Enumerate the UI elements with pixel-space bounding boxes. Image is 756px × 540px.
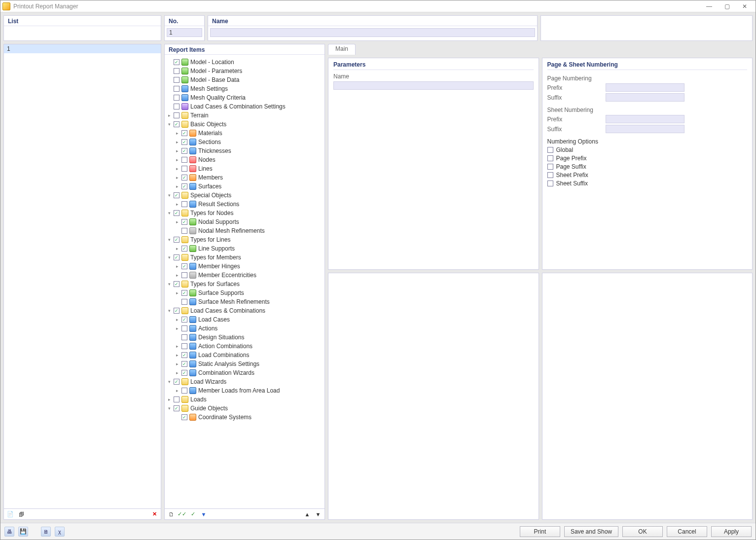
page-prefix-input[interactable]	[606, 83, 684, 92]
tree-checkbox[interactable]: ✓	[181, 361, 187, 367]
numbering-option[interactable]: Sheet Prefix	[547, 172, 748, 179]
no-input[interactable]: 1	[167, 28, 202, 37]
expand-icon[interactable]: ▸	[175, 157, 180, 162]
list-row[interactable]: 1	[4, 44, 161, 53]
expand-icon[interactable]: ▸	[175, 202, 180, 207]
tree-node[interactable]: ✓Model - Location	[167, 58, 324, 67]
tree-uncheck-all-icon[interactable]: ✓	[188, 510, 197, 519]
numbering-option[interactable]: Sheet Suffix	[547, 180, 748, 187]
tree-checkbox[interactable]: ✓	[174, 405, 180, 411]
tree-node[interactable]: Mesh Settings	[167, 84, 324, 93]
tree-checkbox[interactable]	[181, 272, 187, 278]
expand-icon[interactable]: ▸	[167, 397, 172, 402]
tree-checkbox[interactable]: ✓	[181, 148, 187, 154]
tree-node[interactable]: ▸✓Nodal Supports	[167, 217, 324, 226]
tree-checkbox[interactable]: ✓	[174, 254, 180, 260]
tree-checkbox[interactable]	[181, 228, 187, 234]
tree-checkbox[interactable]: ✓	[181, 414, 187, 420]
tree-checkbox[interactable]: ✓	[181, 175, 187, 180]
tree-node[interactable]: ▸✓Line Supports	[167, 244, 324, 253]
numbering-option[interactable]: Page Prefix	[547, 155, 748, 162]
tree-checkbox[interactable]: ✓	[174, 379, 180, 385]
tree-node[interactable]: ▾✓Types for Members	[167, 253, 324, 262]
tree-node[interactable]: ▸Action Combinations	[167, 342, 324, 351]
tree-node[interactable]: Model - Base Data	[167, 75, 324, 84]
expand-icon[interactable]: ▸	[175, 388, 180, 393]
expand-icon[interactable]: ▸	[175, 344, 180, 349]
tree-node[interactable]: ▾✓Types for Nodes	[167, 209, 324, 217]
tree-checkbox[interactable]	[174, 68, 180, 74]
collapse-icon[interactable]: ▾	[167, 211, 172, 216]
param-name-input[interactable]	[333, 81, 534, 90]
tree-checkbox[interactable]: ✓	[174, 281, 180, 287]
tree-node[interactable]: ▸✓Thicknesses	[167, 146, 324, 155]
tree-checkbox[interactable]	[174, 104, 180, 109]
tree-checkbox[interactable]	[181, 388, 187, 394]
collapse-icon[interactable]: ▾	[167, 255, 172, 260]
collapse-icon[interactable]: ▾	[167, 122, 172, 127]
tree-checkbox[interactable]: ✓	[181, 263, 187, 269]
collapse-icon[interactable]: ▾	[167, 282, 172, 287]
tree-checkbox[interactable]	[181, 334, 187, 340]
tree-node[interactable]: ▾✓Basic Objects	[167, 120, 324, 129]
apply-button[interactable]: Apply	[711, 526, 752, 537]
option-checkbox[interactable]	[547, 155, 553, 161]
tree-node[interactable]: Nodal Mesh Refinements	[167, 226, 324, 235]
tree-node[interactable]: ▸✓Combination Wizards	[167, 368, 324, 377]
expand-icon[interactable]: ▸	[175, 184, 180, 189]
option-checkbox[interactable]	[547, 164, 553, 170]
tree-node[interactable]: ▸Nodes	[167, 155, 324, 164]
tree-node[interactable]: ▾✓Guide Objects	[167, 404, 324, 413]
tree-node[interactable]: ▸✓Static Analysis Settings	[167, 360, 324, 368]
expand-icon[interactable]: ▸	[175, 175, 180, 180]
expand-icon[interactable]: ▸	[175, 361, 180, 366]
tree-node[interactable]: ▸Loads	[167, 395, 324, 404]
tree-node[interactable]: ▾✓Special Objects	[167, 191, 324, 200]
tree-node[interactable]: ▸✓Sections	[167, 138, 324, 146]
tree-checkbox[interactable]	[174, 86, 180, 92]
tree-checkbox[interactable]: ✓	[174, 237, 180, 243]
tree-node[interactable]: ▾✓Load Cases & Combinations	[167, 306, 324, 315]
tree-node[interactable]: ▾✓Types for Lines	[167, 235, 324, 244]
tree-checkbox[interactable]	[181, 325, 187, 331]
expand-icon[interactable]: ▸	[175, 246, 180, 251]
tree-node[interactable]: Surface Mesh Refinements	[167, 297, 324, 306]
tree-check-all-icon[interactable]: ✓✓	[178, 510, 186, 519]
tree-node[interactable]: Mesh Quality Criteria	[167, 93, 324, 102]
bottom-translate-icon[interactable]: χ	[55, 527, 65, 537]
tree-node[interactable]: Design Situations	[167, 333, 324, 342]
tree-checkbox[interactable]: ✓	[181, 352, 187, 358]
tree-node[interactable]: ▸Member Loads from Area Load	[167, 386, 324, 395]
cancel-button[interactable]: Cancel	[667, 526, 707, 537]
expand-icon[interactable]: ▸	[175, 326, 180, 331]
tree-node[interactable]: ▸✓Surface Supports	[167, 288, 324, 297]
tree-checkbox[interactable]	[174, 77, 180, 83]
tree-checkbox[interactable]: ✓	[174, 308, 180, 314]
ok-button[interactable]: OK	[622, 526, 663, 537]
save-and-show-button[interactable]: Save and Show	[564, 526, 618, 537]
tree-checkbox[interactable]: ✓	[181, 317, 187, 323]
expand-icon[interactable]: ▸	[175, 317, 180, 322]
tree-node[interactable]: Model - Parameters	[167, 67, 324, 75]
delete-report-icon[interactable]: ✕	[150, 510, 159, 519]
tab-main[interactable]: Main	[328, 44, 356, 55]
tree-checkbox[interactable]: ✓	[174, 121, 180, 127]
tree-node[interactable]: ▸Actions	[167, 324, 324, 333]
tree-node[interactable]: ▸Member Eccentricities	[167, 271, 324, 280]
sheet-prefix-input[interactable]	[606, 115, 684, 123]
numbering-option[interactable]: Page Suffix	[547, 163, 748, 170]
expand-icon[interactable]: ▸	[175, 166, 180, 171]
tree-checkbox[interactable]	[174, 396, 180, 402]
tree-filter-icon[interactable]: ▼	[199, 510, 208, 519]
expand-icon[interactable]: ▸	[175, 353, 180, 358]
expand-icon[interactable]: ▸	[175, 290, 180, 295]
tree-checkbox[interactable]: ✓	[174, 192, 180, 198]
tree-move-up-icon[interactable]: ▲	[303, 510, 312, 519]
tree-new-icon[interactable]: 🗋	[167, 510, 176, 519]
option-checkbox[interactable]	[547, 147, 553, 153]
tree-checkbox[interactable]: ✓	[174, 210, 180, 216]
collapse-icon[interactable]: ▾	[167, 379, 172, 384]
bottom-export-icon[interactable]: 🗎	[41, 527, 51, 537]
expand-icon[interactable]: ▸	[175, 264, 180, 269]
duplicate-report-icon[interactable]: 🗐	[17, 510, 26, 519]
